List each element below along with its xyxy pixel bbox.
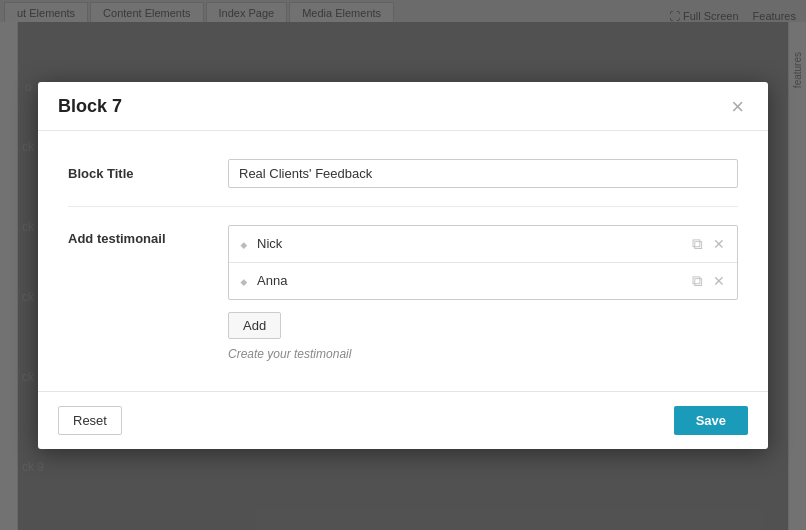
testimonial-item-anna: ⬥ Anna ⧉ ✕ [229, 263, 737, 299]
block-title-input[interactable] [228, 159, 738, 188]
anna-actions: ⧉ ✕ [690, 273, 727, 288]
drag-handle-nick[interactable]: ⬥ [239, 235, 249, 253]
testimonial-name-anna: Anna [257, 273, 690, 288]
save-button[interactable]: Save [674, 406, 748, 435]
delete-anna-button[interactable]: ✕ [711, 274, 727, 288]
modal-dialog: Block 7 × Block Title Add testimonail [38, 82, 768, 449]
modal-body: Block Title Add testimonail ⬥ Nick [38, 131, 768, 391]
testimonial-list: ⬥ Nick ⧉ ✕ ⬥ Anna ⧉ [228, 225, 738, 300]
copy-anna-button[interactable]: ⧉ [690, 273, 705, 288]
modal-footer: Reset Save [38, 391, 768, 449]
testimonial-item-nick: ⬥ Nick ⧉ ✕ [229, 226, 737, 263]
create-testimonial-link[interactable]: Create your testimonail [228, 347, 738, 361]
add-testimonial-label: Add testimonail [68, 225, 228, 246]
modal-header: Block 7 × [38, 82, 768, 131]
copy-nick-button[interactable]: ⧉ [690, 236, 705, 251]
block-title-input-wrap [228, 159, 738, 188]
block-title-row: Block Title [68, 141, 738, 207]
block-title-label: Block Title [68, 166, 228, 181]
add-testimonial-row: Add testimonail ⬥ Nick ⧉ ✕ [68, 207, 738, 371]
drag-handle-anna[interactable]: ⬥ [239, 272, 249, 290]
modal-title: Block 7 [58, 96, 122, 117]
modal-overlay: Block 7 × Block Title Add testimonail [0, 0, 806, 530]
testimonial-name-nick: Nick [257, 236, 690, 251]
testimonial-controls: ⬥ Nick ⧉ ✕ ⬥ Anna ⧉ [228, 225, 738, 361]
modal-close-button[interactable]: × [727, 96, 748, 118]
delete-nick-button[interactable]: ✕ [711, 237, 727, 251]
reset-button[interactable]: Reset [58, 406, 122, 435]
add-testimonial-button[interactable]: Add [228, 312, 281, 339]
nick-actions: ⧉ ✕ [690, 236, 727, 251]
